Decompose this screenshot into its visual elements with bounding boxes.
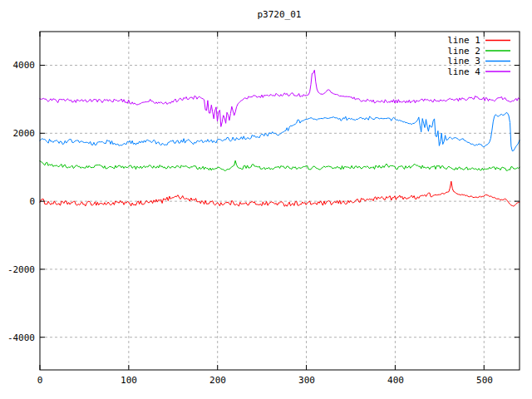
x-tick-label: 200 bbox=[209, 375, 226, 386]
gnuplot-chart-window: p3720_01 4000 2000 0 -2000 -4000 0 100 2… bbox=[0, 0, 532, 399]
legend-label-line3: line 3 bbox=[447, 56, 480, 66]
series-line-3 bbox=[40, 112, 520, 150]
x-tick-label: 0 bbox=[37, 375, 43, 386]
series-line-2 bbox=[40, 160, 520, 170]
plot-border bbox=[40, 32, 520, 370]
data-series bbox=[40, 70, 520, 206]
x-tick-label: 400 bbox=[387, 375, 404, 386]
legend: line 1 line 2 line 3 line 4 bbox=[447, 35, 510, 77]
legend-label-line2: line 2 bbox=[447, 46, 480, 57]
x-tick-label: 500 bbox=[476, 375, 493, 386]
y-axis-labels: 4000 2000 0 -2000 -4000 bbox=[7, 60, 35, 343]
y-tick-label: 4000 bbox=[13, 60, 36, 71]
axis-ticks bbox=[40, 32, 520, 370]
legend-label-line4: line 4 bbox=[447, 66, 480, 77]
y-tick-label: 0 bbox=[29, 196, 35, 207]
legend-label-line1: line 1 bbox=[447, 35, 480, 46]
series-line-4 bbox=[40, 70, 520, 126]
grid-lines bbox=[40, 32, 520, 370]
x-axis-labels: 0 100 200 300 400 500 bbox=[37, 375, 493, 386]
y-tick-label: -4000 bbox=[7, 332, 35, 343]
x-tick-label: 300 bbox=[298, 375, 315, 386]
x-tick-label: 100 bbox=[121, 375, 137, 386]
chart-canvas: p3720_01 4000 2000 0 -2000 -4000 0 100 2… bbox=[0, 0, 532, 399]
series-line-1 bbox=[40, 181, 520, 206]
chart-title: p3720_01 bbox=[258, 9, 302, 20]
y-tick-label: 2000 bbox=[13, 128, 36, 139]
y-tick-label: -2000 bbox=[7, 264, 35, 275]
